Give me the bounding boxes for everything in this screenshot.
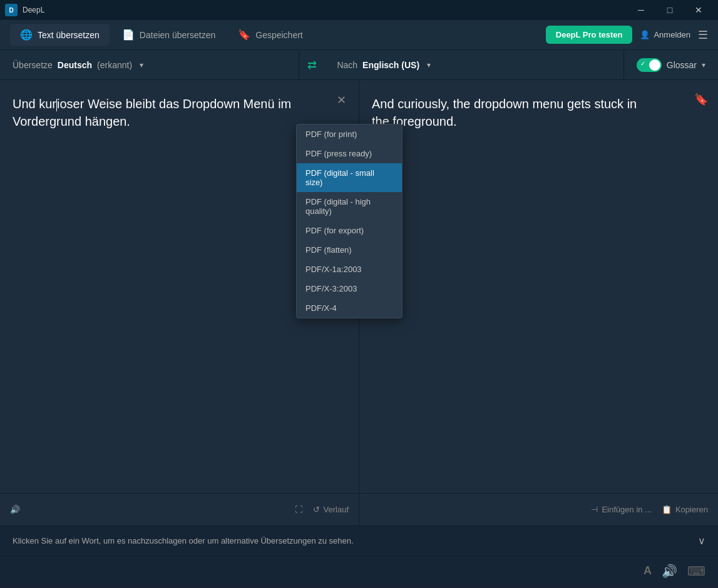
- to-label: Nach: [337, 60, 357, 70]
- menu-button[interactable]: ☰: [698, 28, 708, 42]
- text-tab-label: Text übersetzen: [38, 30, 100, 40]
- speaker-button[interactable]: 🔊: [10, 505, 20, 514]
- copy-button[interactable]: 📋 Kopieren: [662, 505, 708, 514]
- dropdown-item-5[interactable]: PDF (flatten): [297, 240, 402, 260]
- swap-languages-button[interactable]: ⇄: [299, 50, 324, 79]
- titlebar: D DeepL ─ □ ✕: [0, 0, 718, 20]
- saved-tab-icon: 🔖: [238, 29, 250, 41]
- translate-label: Übersetze: [13, 60, 53, 70]
- source-lang-selector[interactable]: Übersetze Deutsch (erkannt) ▾: [0, 50, 299, 79]
- bookmark-button[interactable]: 🔖: [694, 93, 708, 106]
- source-language: Deutsch: [58, 60, 92, 70]
- copy-label: Kopieren: [675, 505, 708, 514]
- status-text: Klicken Sie auf ein Wort, um es nachzusc…: [13, 536, 354, 545]
- app-logo: D: [5, 4, 18, 16]
- app-title: DeepL: [23, 6, 44, 14]
- toggle-switch[interactable]: ✓: [637, 58, 662, 72]
- dropdown-item-4[interactable]: PDF (for export): [297, 221, 402, 240]
- target-language: Englisch (US): [362, 60, 419, 70]
- close-button[interactable]: ✕: [684, 0, 713, 20]
- maximize-button[interactable]: □: [655, 0, 684, 20]
- nav-tabs: 🌐 Text übersetzen 📄 Dateien übersetzen 🔖…: [10, 24, 313, 46]
- target-lang-chevron-icon: ▾: [427, 61, 431, 69]
- toggle-check-icon: ✓: [640, 60, 645, 67]
- insert-icon: ⊣: [591, 505, 598, 514]
- font-size-icon[interactable]: A: [644, 564, 652, 577]
- keyboard-icon[interactable]: ⌨: [687, 564, 705, 579]
- insert-label: Einfügen in ...: [602, 505, 652, 514]
- tab-saved[interactable]: 🔖 Gespeichert: [228, 24, 312, 46]
- deepl-pro-button[interactable]: DeepL Pro testen: [546, 26, 633, 44]
- glossar-label[interactable]: Glossar: [667, 60, 697, 70]
- dropdown-item-3[interactable]: PDF (digital - high quality): [297, 192, 402, 221]
- source-text-content: Und kurioser Weise bleibt das Dropdown M…: [13, 97, 291, 128]
- translated-text-line1: And curiously, the dropdown menu gets st…: [372, 97, 637, 111]
- fullscreen-icon: ⛶: [295, 505, 303, 514]
- speaker-icon: 🔊: [10, 505, 20, 514]
- dropdown-item-0[interactable]: PDF (for print): [297, 124, 402, 144]
- footer-bar: A 🔊 ⌨: [0, 555, 718, 585]
- dropdown-item-7[interactable]: PDF/X-3:2003: [297, 279, 402, 298]
- target-toolbar: ⊣ Einfügen in ... 📋 Kopieren: [359, 493, 718, 525]
- history-button[interactable]: ↺ Verlauf: [313, 505, 349, 514]
- target-panel: And curiously, the dropdown menu gets st…: [359, 80, 718, 525]
- navbar-right: DeepL Pro testen 👤 Anmelden ☰: [546, 26, 708, 44]
- tab-text[interactable]: 🌐 Text übersetzen: [10, 24, 110, 46]
- source-toolbar: 🔊 ⛶ ↺ Verlauf: [0, 493, 359, 525]
- expand-icon[interactable]: ∨: [698, 535, 705, 547]
- glossar-chevron-icon: ▾: [702, 61, 705, 69]
- glossar-area: ✓ Glossar ▾: [624, 50, 718, 79]
- fullscreen-button[interactable]: ⛶: [295, 505, 303, 514]
- window-controls: ─ □ ✕: [627, 0, 713, 20]
- login-button[interactable]: 👤 Anmelden: [640, 30, 690, 39]
- user-icon: 👤: [640, 30, 650, 39]
- tab-files[interactable]: 📄 Dateien übersetzen: [112, 24, 225, 46]
- pdf-dropdown-menu: PDF (for print) PDF (press ready) PDF (d…: [296, 124, 403, 318]
- files-tab-label: Dateien übersetzen: [140, 30, 215, 40]
- clear-button[interactable]: ✕: [334, 93, 349, 108]
- target-lang-selector[interactable]: Nach Englisch (US) ▾: [324, 50, 623, 79]
- dropdown-item-6[interactable]: PDF/X-1a:2003: [297, 260, 402, 279]
- dropdown-item-1[interactable]: PDF (press ready): [297, 144, 402, 163]
- dropdown-item-2[interactable]: PDF (digital - small size): [297, 163, 402, 192]
- dropdown-item-8[interactable]: PDF/X-4: [297, 298, 402, 318]
- history-icon: ↺: [313, 505, 320, 514]
- footer-speaker-icon[interactable]: 🔊: [662, 564, 677, 579]
- detected-label: (erkannt): [97, 60, 132, 70]
- swap-icon: ⇄: [307, 58, 317, 72]
- insert-button[interactable]: ⊣ Einfügen in ...: [591, 505, 652, 514]
- translated-text: And curiously, the dropdown menu gets st…: [359, 80, 718, 300]
- minimize-button[interactable]: ─: [627, 0, 655, 20]
- history-label: Verlauf: [324, 505, 349, 514]
- status-bar: Klicken Sie auf ein Wort, um es nachzusc…: [0, 525, 718, 555]
- navbar: 🌐 Text übersetzen 📄 Dateien übersetzen 🔖…: [0, 20, 718, 50]
- source-lang-chevron-icon: ▾: [140, 61, 143, 69]
- login-label: Anmelden: [654, 30, 690, 39]
- language-bar: Übersetze Deutsch (erkannt) ▾ ⇄ Nach Eng…: [0, 50, 718, 80]
- saved-tab-label: Gespeichert: [255, 30, 302, 40]
- titlebar-left: D DeepL: [5, 4, 44, 16]
- copy-icon: 📋: [662, 505, 672, 514]
- files-tab-icon: 📄: [122, 29, 135, 41]
- text-tab-icon: 🌐: [20, 29, 33, 41]
